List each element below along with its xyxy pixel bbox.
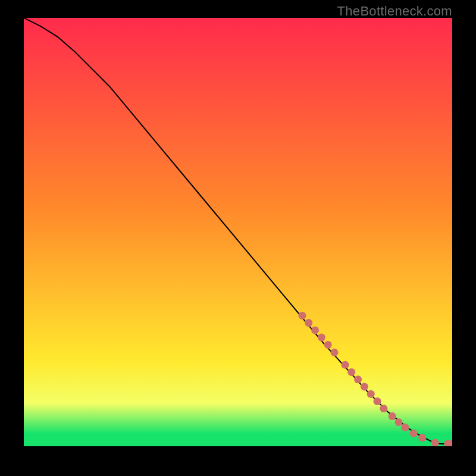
data-marker (347, 368, 355, 376)
data-marker (395, 418, 403, 426)
data-marker (311, 326, 319, 334)
watermark: TheBottleneck.com (337, 4, 452, 19)
data-marker (401, 424, 409, 431)
plot-area (24, 18, 452, 446)
data-marker (361, 383, 368, 390)
data-marker (410, 430, 418, 437)
data-marker (305, 319, 312, 327)
data-marker (331, 349, 339, 356)
data-marker (374, 397, 381, 405)
watermark-text: TheBottleneck.com (337, 4, 452, 18)
data-marker (367, 390, 375, 398)
data-marker (354, 375, 362, 383)
data-marker (418, 434, 426, 441)
svg-rect-0 (24, 18, 452, 446)
data-marker (342, 361, 349, 369)
chart-frame: TheBottleneck.com (0, 0, 476, 476)
data-marker (318, 334, 325, 342)
data-marker (389, 412, 396, 420)
chart-svg (24, 18, 452, 446)
data-marker (299, 312, 306, 320)
data-marker (324, 341, 332, 349)
data-marker (380, 405, 387, 412)
